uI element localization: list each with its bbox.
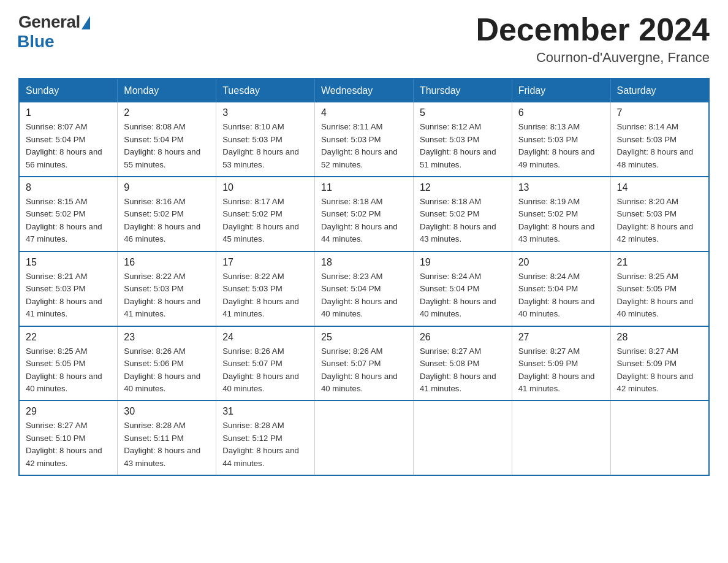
calendar-day-cell: 18 Sunrise: 8:23 AMSunset: 5:04 PMDaylig…	[315, 251, 414, 326]
calendar-day-cell	[413, 400, 512, 475]
calendar-day-cell: 10 Sunrise: 8:17 AMSunset: 5:02 PMDaylig…	[216, 177, 315, 251]
day-info: Sunrise: 8:08 AMSunset: 5:04 PMDaylight:…	[124, 121, 210, 171]
calendar-header-thursday: Thursday	[413, 79, 512, 102]
day-info: Sunrise: 8:21 AMSunset: 5:03 PMDaylight:…	[26, 270, 111, 321]
day-number: 1	[26, 107, 111, 118]
day-info: Sunrise: 8:19 AMSunset: 5:02 PMDaylight:…	[518, 196, 604, 246]
calendar-day-cell: 28 Sunrise: 8:27 AMSunset: 5:09 PMDaylig…	[610, 326, 709, 401]
day-info: Sunrise: 8:27 AMSunset: 5:09 PMDaylight:…	[518, 345, 604, 396]
calendar-day-cell: 20 Sunrise: 8:24 AMSunset: 5:04 PMDaylig…	[512, 251, 610, 326]
day-info: Sunrise: 8:12 AMSunset: 5:03 PMDaylight:…	[420, 121, 506, 171]
day-number: 9	[124, 182, 210, 193]
day-info: Sunrise: 8:24 AMSunset: 5:04 PMDaylight:…	[420, 270, 506, 321]
day-number: 8	[26, 182, 111, 193]
day-number: 12	[420, 182, 506, 193]
calendar-day-cell: 4 Sunrise: 8:11 AMSunset: 5:03 PMDayligh…	[315, 102, 414, 177]
day-info: Sunrise: 8:27 AMSunset: 5:09 PMDaylight:…	[617, 345, 702, 396]
calendar-day-cell: 24 Sunrise: 8:26 AMSunset: 5:07 PMDaylig…	[216, 326, 315, 401]
calendar-week-row: 8 Sunrise: 8:15 AMSunset: 5:02 PMDayligh…	[19, 177, 709, 251]
calendar-header-wednesday: Wednesday	[315, 79, 414, 102]
calendar-day-cell: 21 Sunrise: 8:25 AMSunset: 5:05 PMDaylig…	[610, 251, 709, 326]
calendar-day-cell	[315, 400, 414, 475]
calendar-week-row: 15 Sunrise: 8:21 AMSunset: 5:03 PMDaylig…	[19, 251, 709, 326]
day-info: Sunrise: 8:28 AMSunset: 5:11 PMDaylight:…	[124, 419, 210, 470]
calendar-header-tuesday: Tuesday	[216, 79, 315, 102]
day-number: 3	[222, 107, 308, 118]
day-info: Sunrise: 8:13 AMSunset: 5:03 PMDaylight:…	[518, 121, 604, 171]
day-number: 13	[518, 182, 604, 193]
day-number: 16	[124, 257, 210, 268]
day-number: 26	[420, 332, 506, 343]
day-number: 6	[518, 107, 604, 118]
calendar-table: SundayMondayTuesdayWednesdayThursdayFrid…	[18, 78, 710, 476]
day-info: Sunrise: 8:25 AMSunset: 5:05 PMDaylight:…	[617, 270, 702, 321]
day-number: 15	[26, 257, 111, 268]
calendar-day-cell	[512, 400, 610, 475]
day-number: 29	[26, 406, 111, 417]
calendar-day-cell: 9 Sunrise: 8:16 AMSunset: 5:02 PMDayligh…	[118, 177, 216, 251]
calendar-day-cell: 25 Sunrise: 8:26 AMSunset: 5:07 PMDaylig…	[315, 326, 414, 401]
calendar-day-cell: 22 Sunrise: 8:25 AMSunset: 5:05 PMDaylig…	[19, 326, 118, 401]
day-info: Sunrise: 8:22 AMSunset: 5:03 PMDaylight:…	[124, 270, 210, 321]
day-info: Sunrise: 8:27 AMSunset: 5:08 PMDaylight:…	[420, 345, 506, 396]
location-text: Cournon-d'Auvergne, France	[476, 50, 710, 66]
calendar-day-cell	[610, 400, 709, 475]
day-number: 2	[124, 107, 210, 118]
day-number: 25	[321, 332, 407, 343]
day-number: 11	[321, 182, 407, 193]
calendar-day-cell: 17 Sunrise: 8:22 AMSunset: 5:03 PMDaylig…	[216, 251, 315, 326]
day-info: Sunrise: 8:23 AMSunset: 5:04 PMDaylight:…	[321, 270, 407, 321]
day-number: 23	[124, 332, 210, 343]
calendar-day-cell: 23 Sunrise: 8:26 AMSunset: 5:06 PMDaylig…	[118, 326, 216, 401]
calendar-day-cell: 7 Sunrise: 8:14 AMSunset: 5:03 PMDayligh…	[610, 102, 709, 177]
day-info: Sunrise: 8:26 AMSunset: 5:07 PMDaylight:…	[321, 345, 407, 396]
day-info: Sunrise: 8:27 AMSunset: 5:10 PMDaylight:…	[26, 419, 111, 470]
day-info: Sunrise: 8:22 AMSunset: 5:03 PMDaylight:…	[222, 270, 308, 321]
day-number: 31	[222, 406, 308, 417]
day-number: 14	[617, 182, 702, 193]
calendar-day-cell: 16 Sunrise: 8:22 AMSunset: 5:03 PMDaylig…	[118, 251, 216, 326]
day-number: 17	[222, 257, 308, 268]
calendar-day-cell: 29 Sunrise: 8:27 AMSunset: 5:10 PMDaylig…	[19, 400, 118, 475]
calendar-day-cell: 6 Sunrise: 8:13 AMSunset: 5:03 PMDayligh…	[512, 102, 610, 177]
day-info: Sunrise: 8:26 AMSunset: 5:06 PMDaylight:…	[124, 345, 210, 396]
calendar-header-row: SundayMondayTuesdayWednesdayThursdayFrid…	[19, 79, 709, 102]
calendar-header-friday: Friday	[512, 79, 610, 102]
month-title: December 2024	[476, 12, 710, 47]
day-info: Sunrise: 8:18 AMSunset: 5:02 PMDaylight:…	[321, 196, 407, 246]
logo: General Blue	[18, 12, 90, 52]
calendar-week-row: 22 Sunrise: 8:25 AMSunset: 5:05 PMDaylig…	[19, 326, 709, 401]
day-info: Sunrise: 8:25 AMSunset: 5:05 PMDaylight:…	[26, 345, 111, 396]
day-info: Sunrise: 8:28 AMSunset: 5:12 PMDaylight:…	[222, 419, 308, 470]
calendar-day-cell: 30 Sunrise: 8:28 AMSunset: 5:11 PMDaylig…	[118, 400, 216, 475]
day-info: Sunrise: 8:18 AMSunset: 5:02 PMDaylight:…	[420, 196, 506, 246]
calendar-week-row: 29 Sunrise: 8:27 AMSunset: 5:10 PMDaylig…	[19, 400, 709, 475]
calendar-header-saturday: Saturday	[610, 79, 709, 102]
day-info: Sunrise: 8:14 AMSunset: 5:03 PMDaylight:…	[617, 121, 702, 171]
calendar-day-cell: 13 Sunrise: 8:19 AMSunset: 5:02 PMDaylig…	[512, 177, 610, 251]
calendar-day-cell: 3 Sunrise: 8:10 AMSunset: 5:03 PMDayligh…	[216, 102, 315, 177]
calendar-week-row: 1 Sunrise: 8:07 AMSunset: 5:04 PMDayligh…	[19, 102, 709, 177]
calendar-day-cell: 14 Sunrise: 8:20 AMSunset: 5:03 PMDaylig…	[610, 177, 709, 251]
day-info: Sunrise: 8:11 AMSunset: 5:03 PMDaylight:…	[321, 121, 407, 171]
day-info: Sunrise: 8:26 AMSunset: 5:07 PMDaylight:…	[222, 345, 308, 396]
calendar-day-cell: 26 Sunrise: 8:27 AMSunset: 5:08 PMDaylig…	[413, 326, 512, 401]
day-number: 7	[617, 107, 702, 118]
day-number: 28	[617, 332, 702, 343]
calendar-day-cell: 1 Sunrise: 8:07 AMSunset: 5:04 PMDayligh…	[19, 102, 118, 177]
calendar-day-cell: 27 Sunrise: 8:27 AMSunset: 5:09 PMDaylig…	[512, 326, 610, 401]
day-number: 21	[617, 257, 702, 268]
calendar-header-monday: Monday	[118, 79, 216, 102]
day-number: 19	[420, 257, 506, 268]
day-number: 18	[321, 257, 407, 268]
logo-general-text: General	[18, 12, 80, 32]
title-section: December 2024 Cournon-d'Auvergne, France	[476, 12, 710, 66]
calendar-day-cell: 31 Sunrise: 8:28 AMSunset: 5:12 PMDaylig…	[216, 400, 315, 475]
page-header: General Blue December 2024 Cournon-d'Auv…	[18, 12, 710, 66]
calendar-day-cell: 11 Sunrise: 8:18 AMSunset: 5:02 PMDaylig…	[315, 177, 414, 251]
day-info: Sunrise: 8:10 AMSunset: 5:03 PMDaylight:…	[222, 121, 308, 171]
logo-blue-text: Blue	[17, 32, 55, 52]
day-number: 10	[222, 182, 308, 193]
day-number: 5	[420, 107, 506, 118]
day-info: Sunrise: 8:24 AMSunset: 5:04 PMDaylight:…	[518, 270, 604, 321]
